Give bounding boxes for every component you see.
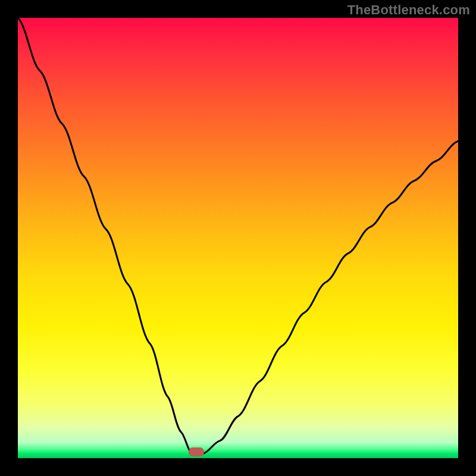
optimum-marker <box>189 447 204 456</box>
watermark-text: TheBottleneck.com <box>347 2 470 18</box>
chart-frame: TheBottleneck.com <box>0 0 476 476</box>
plot-area <box>18 18 458 458</box>
bottleneck-curve <box>18 18 458 458</box>
